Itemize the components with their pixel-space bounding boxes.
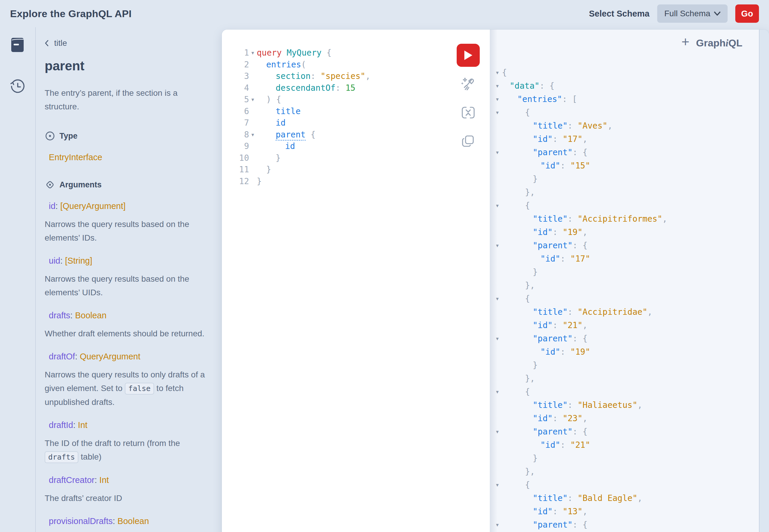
- query-line[interactable]: 12}: [222, 176, 490, 188]
- collapse-toggle-icon[interactable]: ▼: [496, 389, 499, 395]
- query-line-code: id: [276, 118, 286, 128]
- docs-panel: title parent The entry’s parent, if the …: [36, 27, 222, 532]
- json-line-code: "parent": {: [533, 241, 587, 250]
- execute-query-button[interactable]: [457, 44, 480, 67]
- collapse-toggle-icon[interactable]: ▼: [496, 482, 499, 488]
- collapse-toggle-icon[interactable]: ▼: [496, 150, 499, 155]
- json-line-code: },: [525, 374, 535, 383]
- collapse-toggle-icon[interactable]: ▼: [496, 70, 499, 75]
- json-line-code: "title": "Accipitriformes",: [533, 214, 667, 224]
- json-line-code: "entries": [: [517, 94, 577, 104]
- json-line-code: }: [533, 453, 538, 463]
- arg-name: provisionalDrafts: [49, 516, 113, 526]
- json-line: ▼"parent": {: [490, 334, 759, 347]
- collapse-toggle-icon[interactable]: ▼: [496, 243, 499, 248]
- go-button[interactable]: Go: [735, 4, 759, 23]
- json-line: ▼{: [490, 68, 759, 81]
- query-line[interactable]: 9id: [222, 141, 490, 153]
- json-line: "title": "Accipitriformes",: [490, 214, 759, 227]
- arguments-icon: [45, 179, 55, 190]
- query-editor[interactable]: 1▼query MyQuery {2entries(3section: "spe…: [222, 30, 490, 532]
- json-line: "title": "Aves",: [490, 121, 759, 134]
- arg-type-link[interactable]: [QueryArgument]: [60, 201, 126, 211]
- arg-colon: :: [95, 475, 99, 485]
- type-value: EntryInterface: [49, 153, 206, 162]
- collapse-toggle-icon[interactable]: ▼: [496, 296, 499, 301]
- query-line-code: }: [266, 165, 271, 174]
- schema-select-value: Full Schema: [664, 9, 710, 18]
- json-line-code: "title": "Accipitridae",: [533, 307, 653, 317]
- json-line-code: "id": "19",: [533, 227, 587, 237]
- query-line[interactable]: 8▼parent {: [222, 130, 490, 142]
- collapse-toggle-icon[interactable]: ▼: [496, 83, 499, 89]
- type-icon: [45, 131, 55, 141]
- query-line[interactable]: 7id: [222, 118, 490, 130]
- query-line[interactable]: 5▼) {: [222, 95, 490, 106]
- json-line: "id": "17": [490, 254, 759, 267]
- arg-description: Narrows the query results to only drafts…: [45, 368, 206, 409]
- collapse-toggle-icon[interactable]: ▼: [496, 336, 499, 341]
- arg-type-link[interactable]: Boolean: [117, 516, 149, 526]
- argument-item: draftCreator: IntThe drafts’ creator ID: [49, 475, 206, 505]
- query-line[interactable]: 11}: [222, 165, 490, 176]
- arg-description: The drafts’ creator ID: [45, 492, 206, 505]
- query-line[interactable]: 6title: [222, 106, 490, 118]
- query-line-code: entries(: [266, 60, 306, 69]
- query-line[interactable]: 3section: "species",: [222, 71, 490, 83]
- json-line: "id": "19",: [490, 227, 759, 241]
- fold-toggle-icon[interactable]: ▼: [251, 132, 254, 137]
- arg-name: draftOf: [49, 352, 75, 361]
- json-line-code: },: [525, 187, 535, 197]
- type-section-label: Type: [59, 132, 77, 141]
- merge-icon[interactable]: [461, 105, 476, 120]
- arguments-section-header: Arguments: [45, 179, 206, 190]
- type-link[interactable]: EntryInterface: [49, 153, 102, 162]
- collapse-toggle-icon[interactable]: ▼: [496, 429, 499, 434]
- response-scrollbar[interactable]: [759, 30, 769, 532]
- fold-toggle-icon[interactable]: ▼: [251, 50, 254, 56]
- json-line: }: [490, 453, 759, 467]
- add-tab-button[interactable]: +: [681, 34, 689, 50]
- copy-icon[interactable]: [461, 134, 476, 148]
- json-line: ▼{: [490, 480, 759, 493]
- line-number: 10: [222, 153, 249, 163]
- line-number: 12: [222, 176, 249, 186]
- collapse-toggle-icon[interactable]: ▼: [496, 203, 499, 208]
- graphiql-logo[interactable]: GraphiQL: [696, 37, 742, 49]
- query-code[interactable]: 1▼query MyQuery {2entries(3section: "spe…: [222, 48, 490, 188]
- schema-select[interactable]: Full Schema: [657, 4, 728, 23]
- query-line[interactable]: 10}: [222, 153, 490, 165]
- json-line-code: "parent": {: [533, 520, 587, 530]
- query-line[interactable]: 4descendantOf: 15: [222, 83, 490, 95]
- chevron-left-icon: [45, 40, 49, 47]
- arg-type-link[interactable]: Int: [78, 420, 87, 430]
- collapse-toggle-icon[interactable]: ▼: [496, 97, 499, 102]
- line-number: 6: [222, 106, 249, 116]
- arg-type-link[interactable]: Boolean: [75, 311, 106, 320]
- query-line-code: descendantOf: 15: [276, 83, 355, 93]
- history-icon[interactable]: [10, 78, 26, 95]
- arg-colon: :: [113, 516, 117, 526]
- arg-type-link[interactable]: Int: [99, 475, 109, 485]
- json-line-code: {: [525, 201, 530, 210]
- collapse-toggle-icon[interactable]: ▼: [496, 110, 499, 115]
- json-line-code: "parent": {: [533, 334, 587, 343]
- prettify-icon[interactable]: [461, 76, 476, 91]
- argument-item: draftOf: QueryArgumentNarrows the query …: [49, 352, 206, 409]
- query-line[interactable]: 1▼query MyQuery {: [222, 48, 490, 60]
- json-line-code: "title": "Aves",: [533, 121, 613, 131]
- arg-type-link[interactable]: [String]: [65, 256, 92, 265]
- docs-book-icon[interactable]: [10, 37, 25, 54]
- breadcrumb-label: title: [54, 38, 67, 48]
- query-line[interactable]: 2entries(: [222, 60, 490, 72]
- breadcrumb[interactable]: title: [45, 38, 206, 48]
- json-line-code: "title": "Haliaeetus",: [533, 400, 642, 410]
- arg-colon: :: [70, 311, 75, 320]
- json-line-code: }: [533, 360, 538, 370]
- fold-toggle-icon[interactable]: ▼: [251, 97, 254, 102]
- arg-type-link[interactable]: QueryArgument: [80, 352, 140, 361]
- json-line: "id": "17",: [490, 134, 759, 147]
- arg-colon: :: [60, 256, 65, 265]
- argument-item: id: [QueryArgument]Narrows the query res…: [49, 201, 206, 245]
- collapse-toggle-icon[interactable]: ▼: [496, 522, 499, 528]
